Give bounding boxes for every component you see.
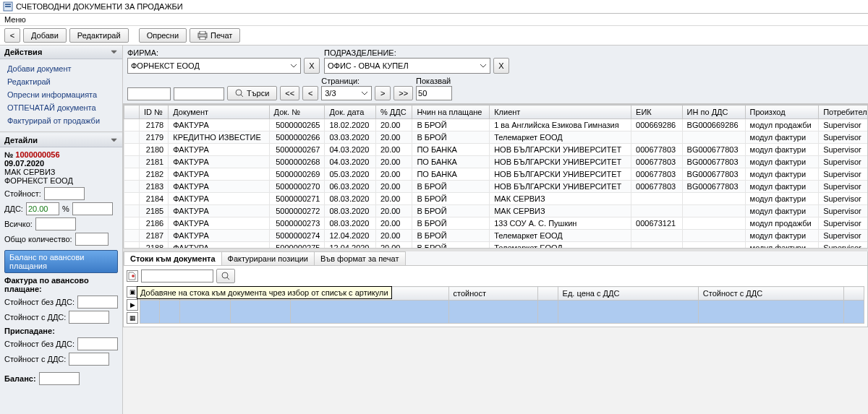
print-button[interactable]: Печат — [190, 28, 240, 43]
col-header[interactable]: Документ — [169, 105, 269, 119]
item-col-header[interactable] — [538, 287, 558, 301]
qty-input[interactable] — [75, 233, 109, 246]
table-row[interactable]: 2182ФАКТУРА500000026905.03.202020.00ПО Б… — [124, 168, 869, 181]
ded-withvat-input[interactable] — [69, 353, 109, 366]
tab-items[interactable]: Стоки към документа — [124, 251, 222, 265]
table-row[interactable]: 2179КРЕДИТНО ИЗВЕСТИЕ500000026603.03.202… — [124, 131, 869, 144]
refresh-button[interactable]: Опресни — [139, 28, 187, 43]
col-header[interactable]: Док. № — [269, 105, 325, 119]
svg-line-9 — [227, 277, 229, 280]
item-search-input[interactable] — [141, 269, 213, 283]
action-item-2[interactable]: Опресни информацията — [0, 88, 122, 101]
table-row[interactable]: 2178ФАКТУРА500000026518.02.202020.00В БР… — [124, 119, 869, 131]
svg-rect-2 — [5, 6, 11, 7]
action-item-4[interactable]: Фактурирай от продажби — [0, 114, 122, 127]
details-header: Детайли⏷ — [0, 134, 122, 147]
chevron-down-icon — [361, 90, 368, 97]
svg-point-8 — [222, 272, 228, 278]
division-clear-button[interactable]: X — [493, 58, 509, 74]
window-title: СЧЕТОВОДНИ ДОКУМЕНТИ ЗА ПРОДАЖБИ — [16, 2, 183, 11]
svg-rect-1 — [5, 4, 11, 5]
search-icon — [235, 89, 244, 98]
col-header[interactable]: ЕИК — [631, 105, 683, 119]
action-item-3[interactable]: ОТПЕЧАТАЙ документа — [0, 101, 122, 114]
table-row[interactable]: 2187ФАКТУРА500000027412.04.202020.00В БР… — [124, 230, 869, 242]
col-header[interactable]: Потребител — [819, 105, 868, 119]
tab-invoiced[interactable]: Фактурирани позиции — [221, 251, 315, 265]
show-count-input[interactable] — [416, 86, 452, 100]
window-titlebar: СЧЕТОВОДНИ ДОКУМЕНТИ ЗА ПРОДАЖБИ — [0, 0, 868, 14]
item-search-button[interactable] — [216, 269, 235, 283]
app-icon — [3, 1, 13, 12]
adv-withvat-input[interactable] — [69, 311, 109, 324]
details-panel: № 1000000056 09.07.2020 МАК СЕРВИЗ ФОРНЕ… — [0, 147, 122, 388]
prev-page-button[interactable]: < — [302, 86, 318, 100]
table-row[interactable]: 2186ФАКТУРА500000027308.03.202020.00В БР… — [124, 217, 869, 230]
col-header[interactable]: ID № — [140, 105, 169, 119]
table-row[interactable]: 2184ФАКТУРА500000027108.03.202020.00В БР… — [124, 193, 869, 205]
table-row[interactable]: 2183ФАКТУРА500000027006.03.202020.00В БР… — [124, 181, 869, 193]
filters-panel: ФИРМА: ФОРНЕКСТ ЕООД X ПОДРАЗДЕЛЕНИЕ: ОФ… — [123, 46, 868, 104]
back-button[interactable]: < — [4, 28, 20, 43]
col-header[interactable]: Нчин на плащане — [412, 105, 490, 119]
item-col-header[interactable]: Стойност с ДДС — [698, 287, 844, 301]
item-col-header[interactable]: Ед. цена с ДДС — [558, 287, 698, 301]
svg-rect-5 — [200, 37, 205, 40]
table-row[interactable]: 2185ФАКТУРА500000027208.03.202020.00В БР… — [124, 205, 869, 217]
grid-row-icon-2[interactable]: ▶ — [127, 299, 138, 311]
grid-row-icon-3[interactable]: ▦ — [127, 312, 138, 324]
menu-bar: Меню — [0, 14, 868, 26]
documents-grid[interactable]: ID №ДокументДок. №Док. дата% ДДСНчин на … — [123, 104, 868, 249]
firm-clear-button[interactable]: X — [304, 58, 320, 74]
edit-button[interactable]: Редактирай — [69, 28, 129, 43]
main-toolbar: < Добави Редактирай Опресни Печат — [0, 26, 868, 46]
table-row[interactable]: 2188ФАКТУРА500000027512.04.202020.00В БР… — [124, 242, 869, 249]
item-col-header[interactable]: стойност — [448, 287, 538, 301]
doc-client: МАК СЕРВИЗ — [4, 168, 118, 176]
collapse-icon[interactable]: ⏷ — [111, 48, 118, 56]
value-input[interactable] — [44, 187, 85, 200]
pages-select[interactable]: 3/3 — [321, 86, 372, 100]
balance-input[interactable] — [39, 372, 80, 385]
adv-novat-input[interactable] — [77, 296, 118, 309]
svg-rect-4 — [200, 31, 205, 34]
total-input[interactable] — [35, 217, 76, 230]
col-header[interactable]: Клиент — [490, 105, 631, 119]
left-sidebar: Действия⏷ Добави документРедактирайОпрес… — [0, 46, 123, 414]
chevron-down-icon — [480, 62, 487, 69]
action-item-0[interactable]: Добави документ — [0, 62, 122, 75]
tab-print-format[interactable]: Във формат за печат — [314, 251, 406, 265]
col-header[interactable]: ИН по ДДС — [682, 105, 745, 119]
vat-amount-input[interactable] — [72, 202, 113, 215]
chevron-down-icon — [290, 62, 297, 69]
vat-input[interactable] — [26, 202, 59, 215]
next-page-button[interactable]: > — [375, 86, 391, 100]
division-select[interactable]: ОФИС - ОВЧА КУПЕЛ — [324, 58, 490, 74]
ded-novat-input[interactable] — [77, 337, 118, 350]
doc-date: 09.07.2020 — [4, 159, 44, 168]
col-header[interactable]: Произход — [745, 105, 819, 119]
add-button[interactable]: Добави — [23, 28, 67, 43]
filter-input-1[interactable] — [127, 87, 171, 100]
first-page-button[interactable]: << — [280, 86, 299, 100]
action-item-1[interactable]: Редактирай — [0, 75, 122, 88]
doc-firm: ФОРНЕКСТ ЕООД — [4, 176, 118, 185]
search-button[interactable]: Търси — [227, 86, 277, 100]
collapse-icon[interactable]: ⏷ — [111, 136, 118, 145]
table-row[interactable]: 2181ФАКТУРА500000026804.03.202020.00ПО Б… — [124, 156, 869, 168]
filter-input-2[interactable] — [174, 87, 224, 100]
item-col-header[interactable] — [844, 287, 864, 301]
printer-icon — [197, 31, 208, 40]
last-page-button[interactable]: >> — [393, 86, 413, 100]
col-header[interactable]: Док. дата — [325, 105, 376, 119]
item-row[interactable] — [140, 301, 864, 324]
table-row[interactable]: 2180ФАКТУРА500000026704.03.202020.00ПО Б… — [124, 144, 869, 156]
advance-balance-button[interactable]: Баланс по авансови плащания — [4, 250, 118, 273]
menu-item-menu[interactable]: Меню — [4, 15, 26, 24]
add-item-tooltip: Добавяне на стока към документа чрез изб… — [137, 286, 392, 299]
add-item-icon[interactable] — [127, 270, 138, 282]
col-header[interactable]: % ДДС — [375, 105, 412, 119]
firm-select[interactable]: ФОРНЕКСТ ЕООД — [127, 58, 301, 74]
col-header[interactable] — [124, 105, 140, 119]
search-icon — [221, 272, 230, 280]
